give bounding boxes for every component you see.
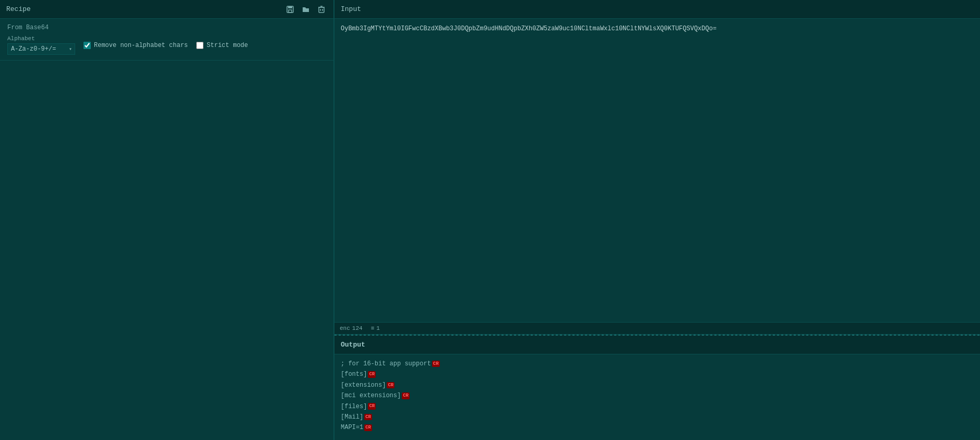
controls-row: Alphabet A-Za-z0-9+/= A-Za-z0-9-_ A-Za-z… — [7, 35, 326, 55]
output-line: [files]CR — [341, 401, 974, 412]
output-content: ; for 16-bit app supportCR[fonts]CR[exte… — [334, 354, 980, 440]
output-line-text: [files] — [341, 401, 367, 412]
output-line-text: [Mail] — [341, 412, 363, 422]
svg-rect-1 — [288, 6, 292, 8]
strict-mode-label: Strict mode — [207, 42, 248, 49]
output-section: Output ; for 16-bit app supportCR[fonts]… — [334, 336, 980, 440]
lines-status: ≡ 1 — [371, 325, 380, 331]
alphabet-group: Alphabet A-Za-z0-9+/= A-Za-z0-9-_ A-Za-z… — [7, 35, 75, 55]
output-line-text: MAPI=1 — [341, 422, 363, 433]
cr-marker: CR — [368, 403, 376, 410]
save-icon — [286, 6, 294, 13]
enc-value: 124 — [352, 325, 363, 331]
left-panel: Recipe — [0, 0, 334, 440]
input-header: Input — [334, 0, 980, 19]
alphabet-select[interactable]: A-Za-z0-9+/= A-Za-z0-9-_ A-Za-z0-9+/ — [7, 43, 75, 55]
cr-marker: CR — [387, 382, 395, 389]
alphabet-select-wrapper: A-Za-z0-9+/= A-Za-z0-9-_ A-Za-z0-9+/ — [7, 43, 75, 55]
folder-icon — [302, 6, 309, 13]
section-label: From Base64 — [7, 24, 326, 31]
trash-icon — [318, 6, 325, 13]
output-title: Output — [341, 341, 365, 349]
recipe-header-icons — [284, 5, 327, 14]
output-line-text: [extensions] — [341, 380, 386, 390]
lines-value: 1 — [376, 325, 380, 331]
right-panel: Input OyBmb3IgMTYtYml0IGFwcCBzdXBwb3J0DQ… — [334, 0, 980, 440]
from-base64-section: From Base64 Alphabet A-Za-z0-9+/= A-Za-z… — [0, 19, 333, 61]
folder-button[interactable] — [300, 5, 312, 14]
output-line: [Mail]CR — [341, 412, 974, 422]
input-title: Input — [341, 5, 361, 13]
output-line: [mci extensions]CR — [341, 390, 974, 401]
output-header: Output — [334, 336, 980, 354]
strict-mode-checkbox-group[interactable]: Strict mode — [196, 42, 248, 49]
save-button[interactable] — [284, 5, 296, 14]
cr-marker: CR — [364, 414, 372, 421]
remove-non-alphabet-checkbox-group[interactable]: Remove non-alphabet chars — [83, 42, 188, 49]
input-textarea[interactable]: OyBmb3IgMTYtYml0IGFwcCBzdXBwb3J0DQpbZm9u… — [334, 19, 980, 322]
svg-rect-3 — [319, 7, 324, 13]
output-line: [extensions]CR — [341, 380, 974, 390]
recipe-title: Recipe — [6, 5, 31, 13]
alphabet-label: Alphabet — [7, 35, 75, 42]
cr-marker: CR — [368, 371, 376, 378]
enc-status: enc 124 — [340, 325, 363, 331]
output-line: [fonts]CR — [341, 369, 974, 379]
cr-marker: CR — [364, 424, 372, 431]
svg-rect-2 — [289, 10, 292, 13]
delete-button[interactable] — [316, 5, 327, 14]
enc-label: enc — [340, 325, 350, 331]
input-status-bar: enc 124 ≡ 1 — [334, 322, 980, 335]
output-line-text: [mci extensions] — [341, 390, 401, 401]
recipe-header: Recipe — [0, 0, 333, 19]
cr-marker: CR — [432, 361, 440, 367]
strict-mode-checkbox[interactable] — [196, 42, 204, 49]
output-line: ; for 16-bit app supportCR — [341, 359, 974, 369]
remove-non-alphabet-label: Remove non-alphabet chars — [94, 42, 188, 49]
cr-marker: CR — [402, 393, 410, 399]
output-line: MAPI=1CR — [341, 422, 974, 433]
output-line-text: [fonts] — [341, 369, 367, 379]
output-line-text: ; for 16-bit app support — [341, 359, 431, 369]
lines-icon: ≡ — [371, 325, 375, 331]
recipe-main-area — [0, 61, 333, 440]
remove-non-alphabet-checkbox[interactable] — [83, 42, 91, 49]
